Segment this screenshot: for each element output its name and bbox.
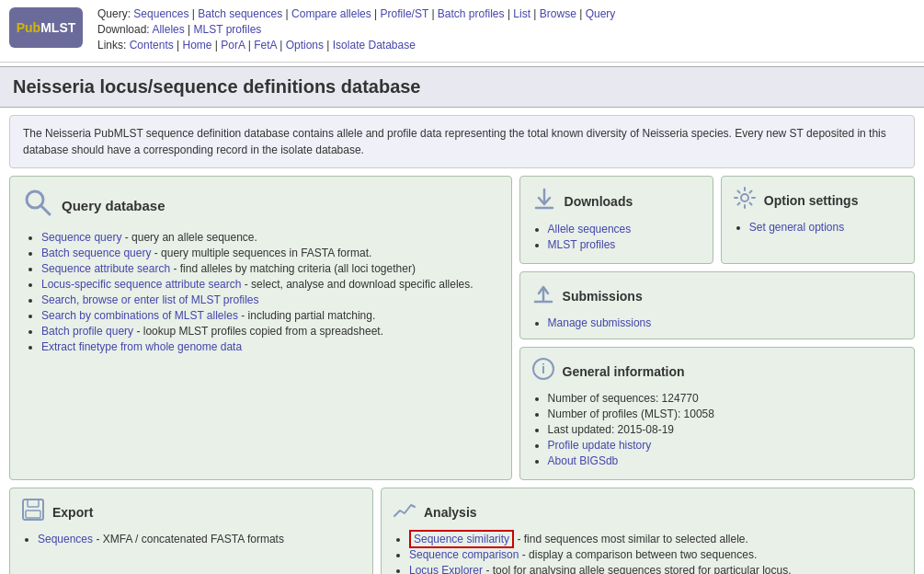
set-general-options-link[interactable]: Set general options	[749, 221, 844, 234]
svg-rect-8	[28, 499, 39, 507]
sequence-similarity-link[interactable]: Sequence similarity	[409, 530, 514, 548]
description-text: The Neisseria PubMLST sequence definitio…	[23, 125, 901, 158]
logo-text: PubMLST	[17, 20, 76, 35]
main-content: Query database Sequence query - query an…	[9, 176, 915, 574]
gear-icon	[733, 186, 757, 215]
submissions-section: Submissions Manage submissions	[519, 271, 915, 339]
list-item: Extract finetype from whole genome data	[41, 340, 498, 353]
export-section: Export Sequences - XMFA / concatenated F…	[9, 488, 373, 574]
option-settings-section: Option settings Set general options	[721, 176, 915, 264]
list-item: Number of sequences: 124770	[548, 392, 903, 405]
nav-link-list[interactable]: List	[513, 7, 530, 20]
nav-link-sequences[interactable]: Sequences	[133, 7, 188, 20]
list-item: Last updated: 2015-08-19	[548, 423, 903, 436]
mlst-profiles-link[interactable]: MLST profiles	[548, 238, 616, 251]
list-item: Sequences - XMFA / concatenated FASTA fo…	[38, 533, 361, 545]
search-browse-mlst-link[interactable]: Search, browse or enter list of MLST pro…	[41, 293, 259, 306]
general-info-title: General information	[563, 364, 685, 379]
list-item: Sequence comparison - display a comparis…	[409, 548, 903, 561]
locus-specific-search-link[interactable]: Locus-specific sequence attribute search	[41, 278, 241, 291]
nav-link-browse[interactable]: Browse	[540, 7, 576, 20]
links-nav-row: Links: Contents | Home | PorA | FetA | O…	[97, 39, 615, 52]
sequence-attribute-search-link[interactable]: Sequence attribute search	[41, 262, 170, 275]
locus-explorer-link[interactable]: Locus Explorer	[409, 564, 483, 574]
right-sections: Downloads Allele sequences MLST profiles	[519, 176, 915, 480]
list-item: About BIGSdb	[548, 454, 903, 467]
list-item: Set general options	[749, 221, 903, 234]
svg-rect-9	[26, 511, 40, 518]
nav-link-options[interactable]: Options	[286, 39, 324, 52]
submissions-header: Submissions	[531, 281, 903, 311]
sequence-query-link[interactable]: Sequence query	[41, 231, 121, 244]
allele-sequences-link[interactable]: Allele sequences	[548, 223, 632, 235]
sequence-similarity-desc: - find sequences most similar to selecte…	[514, 533, 748, 545]
list-item: Search by combinations of MLST alleles -…	[41, 309, 498, 322]
search-icon	[23, 188, 52, 224]
manage-submissions-link[interactable]: Manage submissions	[548, 316, 652, 329]
nav-link-batch-sequences[interactable]: Batch sequences	[198, 7, 282, 20]
nav-link-mlst-profiles[interactable]: MLST profiles	[194, 23, 262, 36]
list-item: Search, browse or enter list of MLST pro…	[41, 293, 498, 306]
chart-icon	[393, 498, 416, 527]
about-bigsdb-link[interactable]: About BIGSdb	[548, 454, 619, 467]
query-database-section: Query database Sequence query - query an…	[9, 176, 512, 480]
download-nav-row: Download: Alleles | MLST profiles	[97, 23, 615, 36]
floppy-disk-icon	[21, 498, 45, 527]
last-updated: Last updated: 2015-08-19	[548, 423, 674, 436]
svg-point-3	[741, 194, 748, 201]
sequences-export-desc: - XMFA / concatenated FASTA formats	[93, 533, 284, 545]
svg-text:i: i	[542, 362, 545, 376]
query-section-title: Query database	[62, 198, 165, 213]
nav-link-contents[interactable]: Contents	[130, 39, 174, 52]
list-item: Sequence attribute search - find alleles…	[41, 262, 498, 275]
analysis-list: Sequence similarity - find sequences mos…	[393, 533, 903, 574]
export-title: Export	[52, 505, 93, 520]
logo-mlst: MLST	[40, 20, 75, 35]
nav-link-profile-st[interactable]: Profile/ST	[381, 7, 428, 20]
description: The Neisseria PubMLST sequence definitio…	[9, 115, 915, 168]
list-item: Number of profiles (MLST): 10058	[548, 408, 903, 420]
nav-link-query[interactable]: Query	[586, 7, 616, 20]
locus-explorer-desc: - tool for analysing allele sequences st…	[483, 564, 792, 574]
nav-link-isolate-db[interactable]: Isolate Database	[333, 39, 416, 52]
analysis-header: Analysis	[393, 498, 903, 527]
list-item: Sequence similarity - find sequences mos…	[409, 533, 903, 545]
nav-link-compare-alleles[interactable]: Compare alleles	[291, 7, 371, 20]
batch-sequence-query-link[interactable]: Batch sequence query	[41, 247, 151, 259]
options-header: Option settings	[733, 186, 903, 215]
list-item: Locus Explorer - tool for analysing alle…	[409, 564, 903, 574]
list-item: Batch sequence query - query multiple se…	[41, 247, 498, 259]
list-item: MLST profiles	[548, 238, 702, 251]
export-header: Export	[21, 498, 361, 527]
list-item: Manage submissions	[548, 316, 903, 329]
nav-link-alleles[interactable]: Alleles	[152, 23, 184, 36]
options-list: Set general options	[733, 221, 903, 234]
logo-area: PubMLST	[9, 7, 83, 48]
list-item: Batch profile query - lookup MLST profil…	[41, 325, 498, 338]
logo-pub: Pub	[17, 20, 40, 35]
list-item: Profile update history	[548, 439, 903, 452]
downloads-list: Allele sequences MLST profiles	[531, 223, 702, 251]
downloads-options-row: Downloads Allele sequences MLST profiles	[519, 176, 915, 264]
sequences-export-link[interactable]: Sequences	[38, 533, 93, 545]
profile-update-history-link[interactable]: Profile update history	[548, 439, 652, 452]
download-label: Download:	[97, 23, 152, 36]
upload-icon	[531, 281, 555, 311]
search-combinations-link[interactable]: Search by combinations of MLST alleles	[41, 309, 238, 322]
extract-finetype-link[interactable]: Extract finetype from whole genome data	[41, 340, 242, 353]
nav-link-pora[interactable]: PorA	[221, 39, 245, 52]
nav-link-home[interactable]: Home	[183, 39, 212, 52]
downloads-header: Downloads	[531, 186, 702, 217]
query-label: Query:	[97, 7, 133, 20]
page-title-bar: Neisseria locus/sequence definitions dat…	[0, 66, 924, 108]
nav-link-feta[interactable]: FetA	[254, 39, 277, 52]
general-info-header: i General information	[531, 357, 903, 386]
query-nav-row: Query: Sequences | Batch sequences | Com…	[97, 7, 615, 20]
sequence-comparison-link[interactable]: Sequence comparison	[409, 548, 519, 561]
batch-profile-query-link[interactable]: Batch profile query	[41, 325, 133, 338]
query-section-header: Query database	[23, 188, 498, 224]
links-label: Links:	[97, 39, 130, 52]
options-title: Option settings	[764, 193, 859, 208]
nav-link-batch-profiles[interactable]: Batch profiles	[438, 7, 505, 20]
downloads-section: Downloads Allele sequences MLST profiles	[519, 176, 713, 264]
